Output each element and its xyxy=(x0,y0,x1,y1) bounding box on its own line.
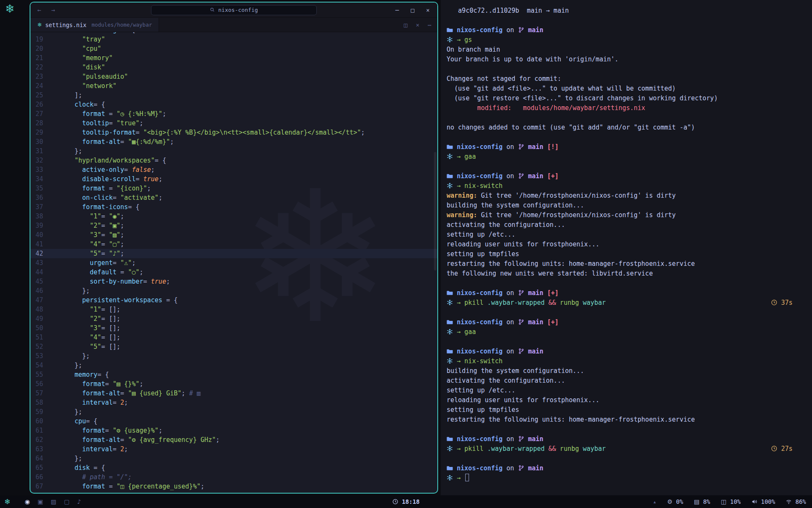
snow-icon xyxy=(447,474,453,482)
line-number: 53 xyxy=(30,351,52,361)
prompt-line: nixos-config on main [!] xyxy=(447,142,812,152)
command-line: → gaa xyxy=(447,327,812,337)
line-number: 28 xyxy=(30,119,52,128)
nix-file-icon: ❄ xyxy=(37,22,42,28)
terminal-line xyxy=(447,279,812,288)
desktop: ❄ ← → nixos-config ─ □ × ❄ settings.nix … xyxy=(0,0,812,508)
workspace-1[interactable]: ◉ xyxy=(21,498,34,505)
minimize-button[interactable]: ─ xyxy=(395,7,399,14)
terminal-line: reloading user units for frostphoenix... xyxy=(447,395,812,405)
code-line: 59 }; xyxy=(30,407,437,417)
tab-settings-nix[interactable]: ❄ settings.nix modules/home/waybar xyxy=(30,18,159,32)
disk-icon[interactable]: ◫ xyxy=(721,498,727,505)
folder-icon xyxy=(447,172,453,180)
code-line: 61 format= "⚙ {usage}%"; xyxy=(30,426,437,435)
memory-value: 8% xyxy=(700,498,710,505)
code-line: 21 "memory" xyxy=(30,53,437,63)
code-line: 26 clock= { xyxy=(30,100,437,109)
code-line: 48 "1"= []; xyxy=(30,305,437,314)
tab-path: modules/home/waybar xyxy=(91,22,152,28)
line-number: 68 xyxy=(30,491,52,493)
project-search-button[interactable]: nixos-config xyxy=(151,5,317,15)
terminal-line: a9c0c72..d11029b main → main xyxy=(447,6,812,16)
prompt-line: nixos-config on main [+] xyxy=(447,288,812,298)
code-editor[interactable]: ❄ 18 modules-right= [19 "tray"20 "cpu"21… xyxy=(30,32,437,493)
nav-forward-button[interactable]: → xyxy=(51,6,55,14)
scrollbar[interactable] xyxy=(434,152,436,271)
line-number: 47 xyxy=(30,295,52,305)
cpu-icon[interactable]: ⚙ xyxy=(667,498,673,505)
line-number: 26 xyxy=(30,100,52,109)
code-line: 56 format= "▤ {}%"; xyxy=(30,379,437,389)
terminal-line: setting up /etc... xyxy=(447,230,812,240)
folder-icon xyxy=(447,435,453,443)
terminal-line xyxy=(447,337,812,347)
line-number: 61 xyxy=(30,426,52,435)
terminal-line: setting up tmpfiles xyxy=(447,249,812,259)
maximize-button[interactable]: □ xyxy=(411,7,414,14)
memory-icon[interactable]: ▤ xyxy=(694,498,700,505)
code-line: 31 }; xyxy=(30,146,437,156)
terminal-line: Your branch is up to date with 'origin/m… xyxy=(447,55,812,64)
editor-tabbar: ❄ settings.nix modules/home/waybar ◫ × ⋯ xyxy=(30,18,437,32)
line-number: 44 xyxy=(30,268,52,277)
tray-arrow[interactable]: ▴ xyxy=(653,498,656,505)
terminal-line: On branch main xyxy=(447,45,812,55)
code-line: 39 "2"= "▣"; xyxy=(30,221,437,230)
close-tab-icon[interactable]: × xyxy=(416,22,419,28)
line-number: 20 xyxy=(30,44,52,53)
terminal-line xyxy=(447,113,812,123)
terminal-line xyxy=(447,16,812,25)
line-number: 60 xyxy=(30,417,52,426)
terminal-line: warning: Git tree '/home/frostphoenix/ni… xyxy=(447,191,812,201)
terminal-line: reloading user units for frostphoenix... xyxy=(447,240,812,249)
line-number: 29 xyxy=(30,128,52,137)
workspace-5[interactable]: ♪ xyxy=(73,498,85,505)
line-number: 58 xyxy=(30,398,52,407)
branch-icon xyxy=(518,435,524,443)
command-line: → pkill .waybar-wrapped && runbg waybar … xyxy=(447,444,812,454)
network-icon[interactable] xyxy=(786,498,792,505)
prompt-line: nixos-config on main xyxy=(447,25,812,35)
line-number: 23 xyxy=(30,72,52,81)
folder-icon xyxy=(447,348,453,355)
snow-icon xyxy=(447,328,453,336)
window-controls: ─ □ × xyxy=(395,7,430,14)
code-line: 35 format = "{icon}"; xyxy=(30,184,437,193)
line-number: 45 xyxy=(30,277,52,286)
tab-actions: ◫ × ⋯ xyxy=(404,22,431,28)
nav-back-button[interactable]: ← xyxy=(37,6,41,14)
nixos-launcher-icon[interactable]: ❄ xyxy=(4,497,10,506)
clock-icon xyxy=(771,445,777,453)
snow-icon xyxy=(447,445,453,453)
terminal-line: warning: Git tree '/home/frostphoenix/ni… xyxy=(447,210,812,220)
workspace-3[interactable]: ▨ xyxy=(47,498,60,505)
nixos-logo-icon: ❄ xyxy=(5,2,15,15)
code-line: 30 format-alt= "▦{:%d/%m}"; xyxy=(30,137,437,146)
code-line: 57 format-alt= "▤ {used} GiB"; # ▥ xyxy=(30,389,437,398)
line-number: 41 xyxy=(30,240,52,249)
workspace-4[interactable]: ▢ xyxy=(60,498,73,505)
workspace-2[interactable]: ▣ xyxy=(34,498,47,505)
code-line: 36 on-click= "activate"; xyxy=(30,193,437,202)
volume-icon[interactable] xyxy=(752,498,757,505)
close-button[interactable]: × xyxy=(426,7,430,14)
more-options-icon[interactable]: ⋯ xyxy=(428,22,431,28)
line-number: 42 xyxy=(30,249,52,258)
clock-time: 18:18 xyxy=(398,498,420,505)
code-line: 32 "hyprland/workspaces"= { xyxy=(30,156,437,165)
code-line: 65 disk = { xyxy=(30,463,437,472)
terminal-window[interactable]: a9c0c72..d11029b main → main nixos-confi… xyxy=(441,0,812,495)
line-number: 39 xyxy=(30,221,52,230)
code-line: 64 }; xyxy=(30,454,437,463)
code-line: 55 memory= { xyxy=(30,370,437,379)
prompt-line: nixos-config on main [+] xyxy=(447,171,812,181)
split-pane-icon[interactable]: ◫ xyxy=(404,22,407,28)
code-line: 68 interval= 60; xyxy=(30,491,437,493)
line-number: 49 xyxy=(30,314,52,323)
command-line: → nix-switch xyxy=(447,181,812,191)
snow-icon xyxy=(447,153,453,160)
line-number: 57 xyxy=(30,389,52,398)
code-line: 53 }; xyxy=(30,351,437,361)
line-number: 66 xyxy=(30,472,52,482)
